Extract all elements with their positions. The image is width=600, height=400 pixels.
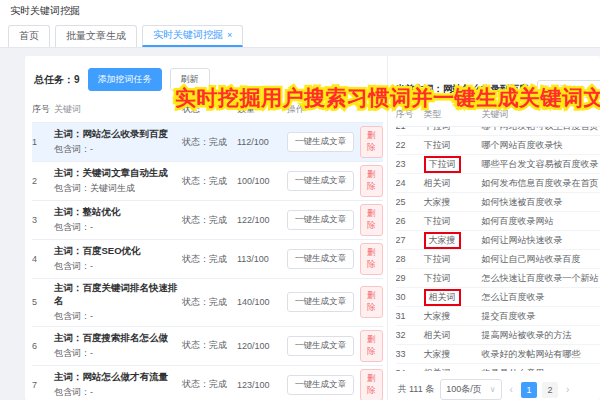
tab-3[interactable]: 实时关键词挖掘× — [142, 25, 243, 47]
row-index: 6 — [32, 341, 54, 351]
list-item[interactable]: 24相关词如何发布信息百度收录在首页 — [396, 174, 600, 193]
main-word-text: 主词：关键词文章自动生成 — [54, 167, 178, 180]
table-row[interactable]: 7主词：网站怎么做才有流量包含词：-状态：完成123/100一键生成文章删除 — [32, 366, 383, 400]
delete-button[interactable]: 删除 — [360, 243, 383, 275]
keywords-header: 当前主词：网站怎么收录到百度 — [396, 80, 600, 98]
list-item[interactable]: 33大家搜收录好的发帖网站有哪些 — [396, 345, 600, 364]
type-text: 下拉词 — [424, 254, 451, 264]
include-word-text: 包含词：- — [54, 347, 178, 360]
page-number-1[interactable]: 1 — [521, 382, 537, 398]
type-text-annotated: 相关词 — [424, 289, 461, 306]
generate-article-button[interactable]: 一键生成文章 — [287, 292, 354, 312]
row-index: 30 — [396, 292, 424, 302]
type-text: 相关词 — [424, 330, 451, 340]
table-row[interactable]: 3主词：整站优化包含词：-状态：完成122/100一键生成文章删除 — [32, 201, 383, 240]
keyword-text: 提交百度收录 — [482, 310, 600, 323]
count-text: 113/100 — [237, 254, 287, 264]
include-word-text: 包含词：- — [54, 386, 178, 399]
tasks-toolbar: 总任务：9 添加挖词任务 刷新 — [32, 64, 383, 99]
refresh-button[interactable]: 刷新 — [170, 68, 210, 91]
type-cell: 大家搜 — [424, 310, 482, 323]
close-icon[interactable]: × — [227, 30, 232, 40]
delete-button[interactable]: 删除 — [360, 330, 383, 362]
type-cell: 下拉词 — [424, 156, 482, 173]
keywords-panel: 当前主词：网站怎么收录到百度 序号 类型 关键词 21下拉词哪个网站发帖可以上百… — [387, 56, 600, 400]
keyword-text: 收录好的发帖网站有哪些 — [482, 348, 600, 361]
status-text: 状态：完成 — [182, 339, 237, 352]
actions-cell: 一键生成文章删除 — [287, 165, 383, 197]
type-text: 下拉词 — [424, 273, 451, 283]
generate-article-button[interactable]: 一键生成文章 — [287, 210, 354, 230]
table-row[interactable]: 2主词：关键词文章自动生成包含词：关键词生成状态：完成100/100一键生成文章… — [32, 162, 383, 201]
main-word-text: 主词：整站优化 — [54, 206, 178, 219]
main-card: 总任务：9 添加挖词任务 刷新 序号 关键词 状态 数量 操作 1主词：网站怎么… — [25, 56, 600, 400]
list-item[interactable]: 28下拉词如何让自己网站收录百度 — [396, 250, 600, 269]
list-item[interactable]: 22下拉词哪个网站百度收录快 — [396, 136, 600, 155]
type-text-annotated: 下拉词 — [424, 156, 461, 173]
delete-button[interactable]: 删除 — [360, 165, 383, 197]
row-index: 27 — [396, 235, 424, 245]
col-status: 状态 — [182, 103, 237, 116]
list-item[interactable]: 25大家搜如何快速被百度收录 — [396, 193, 600, 212]
prev-page-icon[interactable]: ‹ — [508, 384, 515, 395]
keyword-text: 如何快速被百度收录 — [482, 196, 600, 209]
actions-cell: 一键生成文章删除 — [287, 243, 383, 275]
list-item[interactable]: 34相关词收录是什么意思 — [396, 364, 600, 371]
row-index: 22 — [396, 140, 424, 150]
keyword-text: 如何发布信息百度收录在首页 — [482, 177, 600, 190]
generate-article-button[interactable]: 一键生成文章 — [287, 375, 354, 395]
delete-button[interactable]: 删除 — [360, 126, 383, 158]
page-number-2[interactable]: 2 — [542, 382, 558, 398]
list-item[interactable]: 23下拉词哪些平台发文容易被百度收录 — [396, 155, 600, 174]
actions-cell: 一键生成文章删除 — [287, 286, 383, 318]
add-task-button[interactable]: 添加挖词任务 — [88, 68, 162, 91]
keyword-text: 如何百度收录网站 — [482, 215, 600, 228]
type-cell: 下拉词 — [424, 139, 482, 152]
delete-button[interactable]: 删除 — [360, 286, 383, 318]
page-title: 实时关键词挖掘 — [10, 4, 80, 18]
list-item[interactable]: 21下拉词哪个网站发帖可以上百度首页 — [396, 127, 600, 136]
keywords-page-size-value: 100条/页 — [446, 383, 482, 396]
table-row[interactable]: 6主词：百度搜索排名怎么做包含词：-状态：完成120/100一键生成文章删除 — [32, 327, 383, 366]
list-item[interactable]: 27大家搜如何让网站快速收录 — [396, 231, 600, 250]
generate-article-button[interactable]: 一键生成文章 — [287, 249, 354, 269]
page-numbers: 12 — [521, 382, 558, 398]
keyword-cell: 主词：网站怎么做才有流量包含词：- — [54, 371, 182, 399]
next-page-icon[interactable]: › — [564, 384, 571, 395]
generate-article-button[interactable]: 一键生成文章 — [287, 171, 354, 191]
list-item[interactable]: 31大家搜提交百度收录 — [396, 307, 600, 326]
type-text: 大家搜 — [424, 197, 451, 207]
keyword-cell: 主词：百度SEO优化包含词：- — [54, 245, 182, 273]
tasks-table-body: 1主词：网站怎么收录到百度包含词：-状态：完成112/100一键生成文章删除2主… — [32, 123, 383, 400]
keyword-text: 如何让自己网站收录百度 — [482, 253, 600, 266]
tab-1[interactable]: 首页 — [8, 25, 50, 47]
keyword-cell: 主词：关键词文章自动生成包含词：关键词生成 — [54, 167, 182, 195]
include-word-text: 包含词：- — [54, 221, 178, 234]
actions-cell: 一键生成文章删除 — [287, 126, 383, 158]
row-index: 28 — [396, 254, 424, 264]
table-row[interactable]: 5主词：百度关键词排名快速排名包含词：-状态：完成140/100一键生成文章删除 — [32, 279, 383, 327]
table-row[interactable]: 1主词：网站怎么收录到百度包含词：-状态：完成112/100一键生成文章删除 — [32, 123, 383, 162]
list-item[interactable]: 29下拉词怎么快速让百度收录一个新站 — [396, 269, 600, 288]
current-main-word-label: 当前主词：网站怎么收录到百度 — [396, 83, 529, 96]
keyword-filter-input[interactable] — [537, 80, 600, 98]
generate-article-button[interactable]: 一键生成文章 — [287, 132, 354, 152]
row-index: 31 — [396, 311, 424, 321]
keyword-text: 怎么快速让百度收录一个新站 — [482, 272, 600, 285]
delete-button[interactable]: 删除 — [360, 204, 383, 236]
list-item[interactable]: 26下拉词如何百度收录网站 — [396, 212, 600, 231]
tab-2[interactable]: 批量文章生成 — [55, 25, 137, 47]
main-word-text: 主词：网站怎么做才有流量 — [54, 371, 178, 384]
delete-button[interactable]: 删除 — [360, 369, 383, 400]
keywords-page-size-select[interactable]: 100条/页 ∨ — [440, 379, 501, 400]
include-word-text: 包含词：- — [54, 143, 178, 156]
list-item[interactable]: 32相关词提高网站被收录的方法 — [396, 326, 600, 345]
generate-article-button[interactable]: 一键生成文章 — [287, 336, 354, 356]
list-item[interactable]: 30相关词怎么让百度收录 — [396, 288, 600, 307]
count-text: 122/100 — [237, 215, 287, 225]
table-row[interactable]: 4主词：百度SEO优化包含词：-状态：完成113/100一键生成文章删除 — [32, 240, 383, 279]
type-text: 相关词 — [424, 178, 451, 188]
row-index: 26 — [396, 216, 424, 226]
type-cell: 下拉词 — [424, 127, 482, 133]
actions-cell: 一键生成文章删除 — [287, 369, 383, 400]
